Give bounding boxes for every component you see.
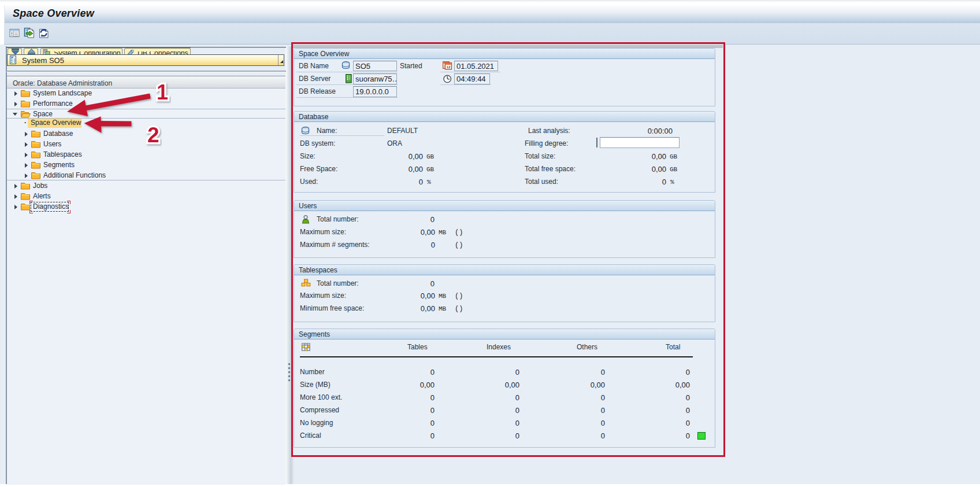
svg-text:12: 12 <box>447 65 451 69</box>
svg-text:1: 1 <box>157 81 168 104</box>
svg-text:2: 2 <box>147 123 159 147</box>
